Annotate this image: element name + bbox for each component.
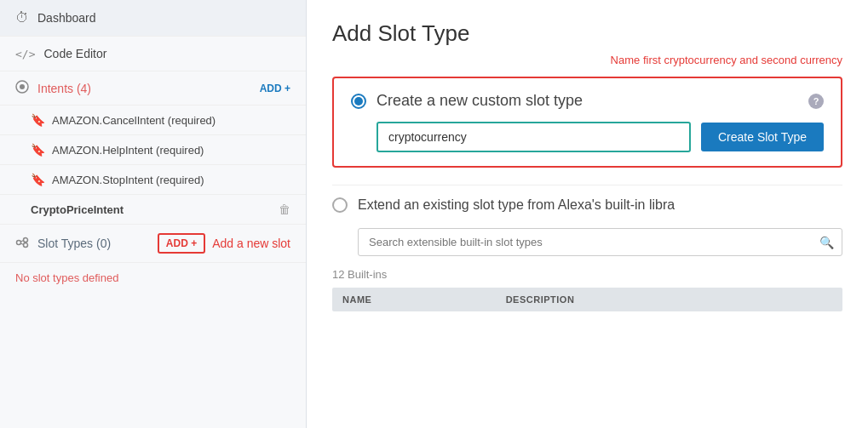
- slot-types-label: Slot Types (0): [37, 237, 158, 250]
- card-input-row: Create Slot Type: [377, 122, 824, 152]
- code-editor-label: Code Editor: [43, 47, 290, 60]
- create-custom-title: Create a new custom slot type: [377, 92, 802, 110]
- cancel-intent-label: AMAZON.CancelIntent (required): [52, 114, 216, 127]
- sidebar-item-stop-intent[interactable]: 🔖 AMAZON.StopIntent (required): [0, 165, 306, 195]
- table-header: NAME DESCRIPTION: [332, 288, 842, 311]
- code-editor-icon: </>: [15, 48, 35, 60]
- extend-slot-type-section: Extend an existing slot type from Alexa'…: [332, 185, 842, 256]
- extend-option-row: Extend an existing slot type from Alexa'…: [332, 185, 842, 221]
- search-icon: 🔍: [819, 236, 834, 249]
- col-name-header: NAME: [342, 294, 506, 305]
- dashboard-label: Dashboard: [37, 11, 290, 25]
- svg-line-5: [21, 240, 24, 242]
- search-built-in-row: 🔍: [358, 228, 842, 256]
- radio-extend-existing[interactable]: [332, 197, 348, 213]
- svg-point-1: [20, 84, 25, 89]
- sidebar-item-dashboard[interactable]: ⏱ Dashboard: [0, 0, 306, 37]
- create-slot-type-card: Create a new custom slot type ? Create S…: [332, 77, 842, 168]
- sidebar-item-code-editor[interactable]: </> Code Editor: [0, 37, 306, 71]
- slot-type-name-input[interactable]: [377, 122, 691, 152]
- slot-types-icon: [15, 236, 29, 252]
- bookmark-icon-help: 🔖: [31, 143, 45, 157]
- svg-point-4: [24, 243, 28, 247]
- slot-types-add-button[interactable]: ADD +: [158, 233, 205, 254]
- stop-intent-label: AMAZON.StopIntent (required): [52, 174, 204, 186]
- sidebar-item-help-intent[interactable]: 🔖 AMAZON.HelpIntent (required): [0, 135, 306, 165]
- page-title: Add Slot Type: [332, 20, 842, 47]
- dashboard-icon: ⏱: [15, 10, 29, 26]
- svg-point-3: [24, 237, 28, 242]
- card-header: Create a new custom slot type ?: [351, 92, 824, 110]
- svg-point-2: [17, 240, 21, 244]
- crypto-intent-label: CryptoPriceIntent: [31, 203, 279, 216]
- sidebar-item-cancel-intent[interactable]: 🔖 AMAZON.CancelIntent (required): [0, 106, 306, 135]
- delete-icon-crypto[interactable]: 🗑: [279, 203, 290, 216]
- create-slot-type-button[interactable]: Create Slot Type: [701, 123, 824, 151]
- builtins-info: 12 Built-ins: [332, 268, 842, 281]
- bookmark-icon-cancel: 🔖: [31, 113, 45, 127]
- bookmark-icon-stop: 🔖: [31, 173, 45, 186]
- intents-label: Intents (4): [37, 82, 260, 95]
- built-ins-table-section: 12 Built-ins NAME DESCRIPTION: [332, 268, 842, 311]
- sidebar-item-crypto-intent[interactable]: CryptoPriceIntent 🗑: [0, 195, 306, 225]
- intents-add-button[interactable]: ADD +: [260, 83, 290, 94]
- hint-text: Name first cryptocurrency and second cur…: [332, 54, 842, 66]
- main-content: Add Slot Type Name first cryptocurrency …: [307, 0, 868, 428]
- search-built-in-input[interactable]: [358, 228, 842, 256]
- svg-line-6: [21, 243, 24, 245]
- help-icon[interactable]: ?: [808, 94, 824, 109]
- no-slot-types-label: No slot types defined: [0, 263, 306, 293]
- sidebar-item-intents[interactable]: Intents (4) ADD +: [0, 71, 306, 106]
- help-intent-label: AMAZON.HelpIntent (required): [52, 144, 204, 157]
- col-description-header: DESCRIPTION: [506, 294, 832, 305]
- intents-icon: [15, 80, 29, 96]
- sidebar: ⏱ Dashboard </> Code Editor Intents (4) …: [0, 0, 307, 428]
- extend-option-title: Extend an existing slot type from Alexa'…: [358, 197, 675, 213]
- add-slot-hint: Add a new slot: [212, 237, 290, 250]
- radio-create-custom[interactable]: [351, 94, 366, 109]
- sidebar-slot-types-section: Slot Types (0) ADD + Add a new slot: [0, 225, 306, 263]
